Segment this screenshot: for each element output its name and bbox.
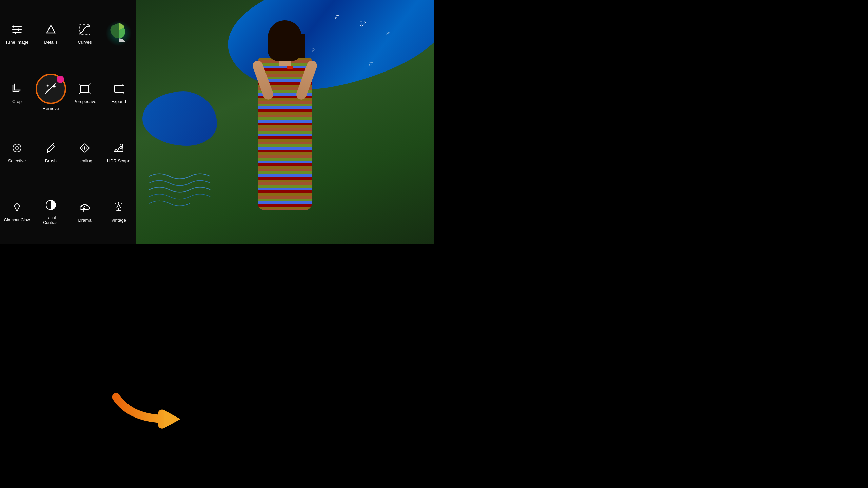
right-panel: 🕊 🕊 🕊 🕊 🕊 xyxy=(136,0,434,244)
expand-label: Expand xyxy=(111,99,126,104)
svg-line-17 xyxy=(89,92,91,94)
brush-icon xyxy=(43,140,59,156)
curves-label: Curves xyxy=(78,40,92,45)
blue-waves xyxy=(146,169,214,210)
tonal-contrast-label: TonalContrast xyxy=(43,215,58,225)
tool-details[interactable]: Details xyxy=(34,3,68,63)
hdr-scape-icon xyxy=(111,140,127,156)
bird-4: 🕊 xyxy=(312,47,315,52)
selective-icon xyxy=(9,140,25,156)
svg-line-30 xyxy=(52,143,54,145)
tool-glamour-glow[interactable]: Glamour Glow xyxy=(0,181,34,241)
drama-icon xyxy=(77,199,93,216)
tool-tonal-contrast[interactable]: TonalContrast xyxy=(34,181,68,241)
svg-point-24 xyxy=(13,144,21,152)
crop-icon xyxy=(9,81,25,97)
selective-label: Selective xyxy=(8,158,26,164)
svg-line-15 xyxy=(89,84,91,85)
tool-selective[interactable]: Selective xyxy=(0,122,34,181)
tool-remove[interactable]: Remove xyxy=(34,63,68,122)
tool-vintage[interactable]: Vintage xyxy=(102,181,136,241)
svg-marker-6 xyxy=(47,25,55,33)
tool-perspective[interactable]: Perspective xyxy=(68,63,102,122)
bird-5: 🕊 xyxy=(369,61,373,66)
perspective-label: Perspective xyxy=(73,99,96,104)
svg-line-14 xyxy=(79,84,81,85)
svg-line-48 xyxy=(121,203,122,204)
glamour-glow-icon xyxy=(9,199,25,216)
svg-rect-18 xyxy=(115,85,122,92)
tool-drama[interactable]: Drama xyxy=(68,181,102,241)
tool-curves[interactable]: Curves xyxy=(68,3,102,63)
svg-line-47 xyxy=(115,203,116,204)
svg-point-25 xyxy=(16,147,18,149)
woman-figure xyxy=(220,14,349,244)
app-logo-cell xyxy=(102,3,136,63)
tool-crop[interactable]: Crop xyxy=(0,63,34,122)
remove-badge xyxy=(57,76,64,83)
svg-rect-5 xyxy=(15,32,16,34)
svg-point-35 xyxy=(86,147,87,148)
svg-point-34 xyxy=(82,147,83,148)
tool-expand[interactable]: Expand xyxy=(102,63,136,122)
tool-tune-image[interactable]: Tune Image xyxy=(0,3,34,63)
svg-line-16 xyxy=(79,92,81,94)
tune-image-icon xyxy=(9,21,25,38)
svg-point-36 xyxy=(120,144,123,147)
curves-icon xyxy=(77,21,93,38)
bird-2: 🕊 xyxy=(334,14,339,19)
bird-3: 🕊 xyxy=(386,30,390,35)
app-logo xyxy=(105,20,132,47)
healing-label: Healing xyxy=(77,158,92,164)
tool-hdr-scape[interactable]: HDR Scape xyxy=(102,122,136,181)
details-label: Details xyxy=(44,40,58,45)
svg-rect-3 xyxy=(13,25,14,28)
hdr-scape-label: HDR Scape xyxy=(107,158,131,164)
expand-icon xyxy=(111,81,127,97)
remove-circle xyxy=(36,74,66,104)
healing-icon xyxy=(77,140,93,156)
remove-label: Remove xyxy=(43,106,59,111)
svg-rect-44 xyxy=(118,208,119,211)
lips xyxy=(287,66,293,69)
svg-point-8 xyxy=(80,32,81,34)
tools-panel: Tune Image Details Curves xyxy=(0,0,136,244)
details-icon xyxy=(43,21,59,38)
svg-point-9 xyxy=(88,25,90,27)
svg-rect-13 xyxy=(81,85,89,92)
vintage-label: Vintage xyxy=(111,218,126,223)
tool-healing[interactable]: Healing xyxy=(68,122,102,181)
svg-rect-2 xyxy=(12,32,22,33)
bird-1: 🕊 xyxy=(360,20,366,27)
vintage-icon xyxy=(111,199,127,216)
svg-marker-37 xyxy=(14,203,20,211)
tune-image-label: Tune Image xyxy=(5,40,29,45)
glamour-glow-label: Glamour Glow xyxy=(4,218,30,222)
crop-label: Crop xyxy=(12,99,22,104)
brush-label: Brush xyxy=(45,158,57,164)
drama-label: Drama xyxy=(78,218,91,223)
tonal-contrast-icon xyxy=(43,197,59,213)
svg-rect-4 xyxy=(18,28,19,31)
tool-brush[interactable]: Brush xyxy=(34,122,68,181)
perspective-icon xyxy=(77,81,93,97)
svg-rect-1 xyxy=(12,29,22,30)
